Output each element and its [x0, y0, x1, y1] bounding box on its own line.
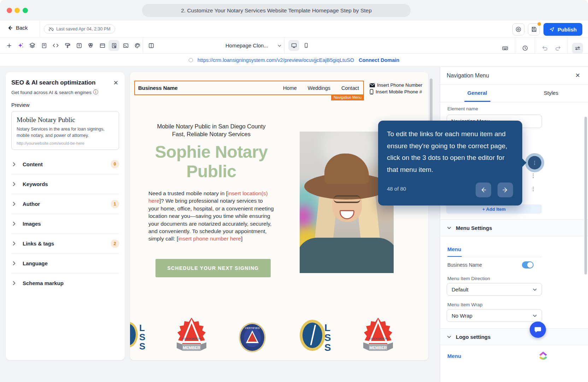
redo-icon[interactable] [552, 43, 563, 54]
envelope-icon [370, 83, 375, 87]
seo-search-icon[interactable] [108, 40, 119, 51]
paragraph-text: ]? We bring professional notary services… [148, 198, 274, 242]
chevron-right-icon [11, 261, 17, 266]
save-button[interactable] [528, 23, 540, 35]
tab-styles[interactable]: Styles [514, 85, 588, 102]
section-label: Author [23, 201, 40, 207]
save-icon [531, 26, 537, 33]
seo-section-author[interactable]: Author 1 [11, 194, 119, 214]
arrow-right-icon [502, 186, 509, 193]
toolbar-divider [143, 37, 143, 54]
seo-section-keywords[interactable]: Keywords [11, 174, 119, 194]
section-badge: 1 [111, 200, 119, 208]
terminal-icon[interactable] [120, 40, 131, 51]
menu-item-wrap-select[interactable]: No Wrap [447, 309, 542, 322]
preview-url-link[interactable]: https://crm.loansigningsystem.com/v2/pre… [198, 57, 354, 63]
seo-section-schema[interactable]: Schema markup [11, 273, 119, 293]
menu-item-direction-select[interactable]: Default [447, 283, 542, 296]
serp-preview-box: Mobile Notary Public Notary Services in … [11, 111, 119, 150]
version-history-icon[interactable] [519, 43, 530, 54]
panel-scrollbar[interactable] [584, 117, 587, 274]
info-icon[interactable]: ⓘ [93, 89, 98, 96]
logo-settings-label: Logo settings [456, 334, 490, 340]
mobile-view-icon[interactable] [301, 40, 312, 51]
onboarding-tooltip: To edit the links for each menu item and… [378, 121, 522, 206]
insert-phone-number[interactable]: Insert Phone Number [370, 82, 422, 88]
element-name-label: Element name [447, 106, 478, 111]
section-label: Images [23, 221, 41, 227]
chevron-right-icon [11, 201, 17, 207]
chevron-right-icon [11, 162, 17, 167]
nav-link-home[interactable]: Home [283, 85, 297, 91]
toolbar-divider [568, 37, 568, 54]
publish-button[interactable]: Publish [543, 23, 582, 36]
connect-domain-link[interactable]: Connect Domain [359, 57, 399, 63]
card-section-icon[interactable] [97, 40, 108, 51]
hero-kicker-line1: Mobile Notary Public in San Diego County [144, 122, 278, 130]
chevron-down-icon [447, 225, 452, 230]
form-icon[interactable] [39, 40, 49, 51]
columns-icon[interactable] [146, 40, 157, 51]
menu-item-kebab-icon-highlighted[interactable]: ⋮ [528, 156, 541, 169]
blend-icon[interactable] [85, 40, 96, 51]
menu-settings-section-header[interactable]: Menu Settings [440, 219, 588, 236]
navigation-menu-selection[interactable]: Business Name Home Weddings Contact Navi… [134, 81, 364, 95]
undo-icon[interactable] [539, 43, 550, 54]
toolbar-divider [535, 37, 535, 54]
svg-text:S: S [139, 341, 145, 349]
page-selector[interactable]: Homepage Clon... [223, 40, 284, 51]
paint-roller-icon[interactable] [62, 40, 73, 51]
chevron-right-icon [11, 221, 17, 226]
tab-general[interactable]: General [440, 85, 514, 102]
back-button[interactable]: Back [7, 25, 28, 31]
svg-text:S: S [324, 332, 331, 343]
layers-icon[interactable] [27, 40, 38, 51]
toolbar-divider [515, 37, 515, 54]
seo-section-language[interactable]: Language [11, 253, 119, 273]
window-zoom-button[interactable] [23, 8, 28, 13]
add-element-icon[interactable] [4, 40, 14, 51]
tooltip-prev-button[interactable] [476, 183, 491, 197]
chat-widget-button[interactable] [530, 322, 546, 338]
window-close-button[interactable] [7, 8, 12, 13]
chevron-right-icon [11, 241, 17, 246]
seo-section-images[interactable]: Images [11, 214, 119, 233]
seo-section-content[interactable]: Content 0 [11, 154, 119, 174]
serp-url: http://yourwebsite.com/would-be-here [17, 141, 114, 145]
lss-seal-logo: L S S [299, 319, 337, 352]
serp-description: Notary Services in the area for loan sig… [17, 126, 114, 139]
nav-link-weddings[interactable]: Weddings [308, 85, 330, 91]
code-icon[interactable] [50, 40, 61, 51]
certified-nsa-badge: CERTIFIED [237, 321, 268, 354]
menu-item-direction-label: Menu Item Direction [447, 276, 490, 281]
menu-subtab[interactable]: Menu [447, 246, 461, 252]
menu-footer-subtab[interactable]: Menu [447, 353, 461, 359]
menu-item-wrap-label: Menu Item Wrap [447, 302, 483, 307]
tooltip-next-button[interactable] [498, 183, 513, 197]
publish-label: Publish [558, 27, 577, 33]
menu-item-kebab-icon[interactable]: ⋮ [530, 186, 536, 192]
chevron-down-icon [277, 44, 282, 48]
paragraph-text: ] [241, 236, 242, 242]
business-name-toggle[interactable] [522, 261, 534, 268]
menu-item-kebab-icon[interactable]: ⋮ [530, 173, 536, 179]
text-element-icon[interactable] [74, 40, 84, 51]
preview-eye-button[interactable] [512, 23, 524, 35]
ai-sparkles-icon[interactable] [15, 40, 26, 51]
palette-icon[interactable] [132, 40, 143, 51]
nav-link-contact[interactable]: Contact [341, 85, 359, 91]
desktop-view-icon[interactable] [288, 40, 299, 51]
insert-mobile-phone[interactable]: Insert Mobile Phone # [370, 89, 422, 94]
window-minimize-button[interactable] [14, 8, 20, 13]
hero-paragraph: Need a trusted mobile notary in [insert … [148, 190, 275, 243]
schedule-signing-button[interactable]: SCHEDULE YOUR NEXT SIGNING [155, 259, 271, 277]
add-menu-item-button[interactable]: + Add Item [446, 204, 542, 214]
serp-preview-label: Preview [11, 102, 119, 108]
seo-section-links-tags[interactable]: Links & tags 2 [11, 233, 119, 253]
settings-sliders-icon[interactable] [572, 43, 583, 54]
seo-panel-title: SEO & AI search optimization [11, 79, 95, 86]
keyboard-shortcuts-icon[interactable] [500, 43, 511, 54]
logo-settings-section-header[interactable]: Logo settings [440, 328, 588, 345]
seo-close-icon[interactable]: ✕ [113, 79, 119, 87]
panel-close-icon[interactable]: ✕ [575, 72, 580, 79]
